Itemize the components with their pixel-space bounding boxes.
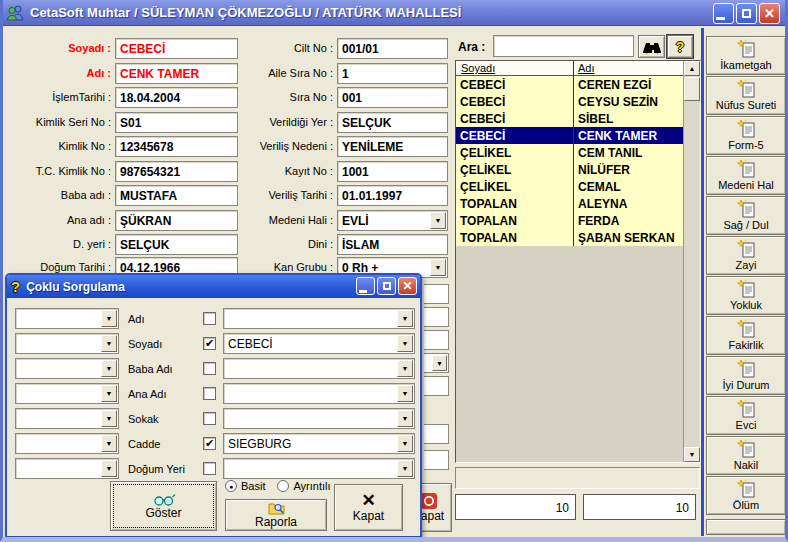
- sidebar-button-ikametgah[interactable]: İkametgah: [706, 36, 786, 75]
- table-row[interactable]: CEBECİSİBEL: [456, 110, 684, 127]
- table-row[interactable]: CEBECİCEYSU SEZİN: [456, 93, 684, 110]
- chevron-down-icon[interactable]: ▼: [101, 435, 117, 452]
- dogum-yeri-value-combo[interactable]: ▼: [223, 458, 415, 479]
- d-yeri-field[interactable]: SELÇUK: [115, 234, 238, 255]
- query-left-combo[interactable]: ▼: [15, 433, 119, 454]
- chevron-down-icon[interactable]: ▼: [101, 360, 117, 377]
- chevron-down-icon[interactable]: ▼: [101, 410, 117, 427]
- table-row[interactable]: ÇELİKELNİLÜFER: [456, 161, 684, 178]
- sokak-value-combo[interactable]: ▼: [223, 408, 415, 429]
- sidebar-button-zayi[interactable]: Zayi: [706, 236, 786, 275]
- scroll-thumb[interactable]: [684, 77, 700, 101]
- chevron-down-icon[interactable]: ▼: [397, 385, 413, 402]
- chevron-down-icon[interactable]: ▼: [101, 310, 117, 327]
- medeni-hali-combo[interactable]: EVLİ▼: [337, 210, 448, 231]
- sidebar-button-olum[interactable]: Ölüm: [706, 476, 786, 515]
- scroll-down-arrow[interactable]: ▼: [684, 447, 700, 462]
- chevron-down-icon[interactable]: ▼: [397, 335, 413, 352]
- table-row-selected[interactable]: CEBECİCENK TAMER: [456, 127, 684, 144]
- list-header[interactable]: Soyadı Adı: [456, 61, 684, 76]
- ana-adi-value-combo[interactable]: ▼: [223, 383, 415, 404]
- dini-field[interactable]: İSLAM: [337, 234, 448, 255]
- sidebar-button-nufus-sureti[interactable]: Nüfus Sureti: [706, 76, 786, 115]
- dialog-minimize-button[interactable]: [356, 277, 375, 295]
- sokak-checkbox[interactable]: [203, 412, 216, 425]
- baba-adi-checkbox[interactable]: [203, 362, 216, 375]
- sidebar-button-sag-dul[interactable]: Sağ / Dul: [706, 196, 786, 235]
- dialog-close-button[interactable]: ✕: [398, 277, 417, 295]
- find-button[interactable]: [638, 35, 665, 58]
- query-left-combo[interactable]: ▼: [15, 333, 119, 354]
- raporla-button[interactable]: Raporla: [225, 499, 327, 531]
- table-row[interactable]: TOPALANFERDA: [456, 212, 684, 229]
- table-row[interactable]: CEBECİCEREN EZGİ: [456, 76, 684, 93]
- dogum-yeri-checkbox[interactable]: [203, 462, 216, 475]
- column-header-soyadi[interactable]: Soyadı: [461, 62, 495, 74]
- dialog-maximize-button[interactable]: [377, 277, 396, 295]
- baba-adi-field[interactable]: MUSTAFA: [115, 185, 238, 206]
- maximize-button[interactable]: [736, 3, 757, 24]
- close-button[interactable]: ✕: [759, 3, 780, 24]
- cilt-no-field[interactable]: 001/01: [337, 38, 448, 59]
- radio-basit[interactable]: ● Basit: [225, 480, 265, 492]
- sidebar-button-yokluk[interactable]: Yokluk: [706, 276, 786, 315]
- sidebar-button-fakirlik[interactable]: Fakirlik: [706, 316, 786, 355]
- sidebar-button-nakil[interactable]: Nakil: [706, 436, 786, 475]
- adi-checkbox[interactable]: [203, 312, 216, 325]
- table-row[interactable]: TOPALANŞABAN SERKAN: [456, 229, 684, 246]
- query-left-combo[interactable]: ▼: [15, 358, 119, 379]
- cadde-checkbox[interactable]: ✔: [203, 437, 216, 450]
- help-button[interactable]: ?: [667, 35, 693, 58]
- minimize-button[interactable]: [713, 3, 734, 24]
- adi-value-combo[interactable]: ▼: [223, 308, 415, 329]
- chevron-down-icon[interactable]: ▼: [430, 259, 446, 276]
- chevron-down-icon[interactable]: ▼: [397, 410, 413, 427]
- table-row[interactable]: TOPALANALEYNA: [456, 195, 684, 212]
- dialog-kapat-button[interactable]: ✕ Kapat: [334, 484, 403, 531]
- results-list[interactable]: Soyadı Adı CEBECİCEREN EZGİ CEBECİCEYSU …: [455, 60, 701, 463]
- sidebar-button-medeni-hal[interactable]: Medeni Hal: [706, 156, 786, 195]
- verilis-nedeni-field[interactable]: YENİLEME: [337, 136, 448, 157]
- verilis-tarihi-field[interactable]: 01.01.1997: [337, 185, 448, 206]
- table-row[interactable]: ÇELİKELCEMAL: [456, 178, 684, 195]
- query-left-combo[interactable]: ▼: [15, 308, 119, 329]
- chevron-down-icon[interactable]: ▼: [101, 460, 117, 477]
- search-input[interactable]: [493, 35, 634, 57]
- kimlik-no-field[interactable]: 12345678: [115, 136, 238, 157]
- scrollbar[interactable]: ▲ ▼: [683, 61, 700, 462]
- soyadi-checkbox[interactable]: ✔: [203, 337, 216, 350]
- goster-button[interactable]: Göster: [110, 481, 217, 531]
- sira-no-field[interactable]: 001: [337, 87, 448, 108]
- column-header-adi[interactable]: Adı: [578, 62, 595, 74]
- tc-kimlik-no-field[interactable]: 987654321: [115, 161, 238, 182]
- soyadi-value-combo[interactable]: CEBECİ▼: [223, 333, 415, 354]
- sidebar-button-evci[interactable]: Evci: [706, 396, 786, 435]
- sidebar-button-iyi-durum[interactable]: İyi Durum: [706, 356, 786, 395]
- chevron-down-icon[interactable]: ▼: [430, 212, 446, 229]
- cadde-value-combo[interactable]: SIEGBURG▼: [223, 433, 415, 454]
- radio-ayrintili[interactable]: Ayrıntılı: [277, 480, 330, 492]
- chevron-down-icon[interactable]: ▼: [101, 385, 117, 402]
- table-row[interactable]: ÇELİKELCEM TANIL: [456, 144, 684, 161]
- adi-field[interactable]: CENK TAMER: [115, 63, 238, 84]
- aile-sira-no-field[interactable]: 1: [337, 63, 448, 84]
- baba-adi-value-combo[interactable]: ▼: [223, 358, 415, 379]
- ana-adi-field[interactable]: ŞÜKRAN: [115, 210, 238, 231]
- x-icon: ✕: [361, 492, 375, 509]
- chevron-down-icon[interactable]: ▼: [397, 360, 413, 377]
- chevron-down-icon[interactable]: ▼: [101, 335, 117, 352]
- verildigi-yer-field[interactable]: SELÇUK: [337, 112, 448, 133]
- ana-adi-checkbox[interactable]: [203, 387, 216, 400]
- chevron-down-icon[interactable]: ▼: [397, 310, 413, 327]
- query-left-combo[interactable]: ▼: [15, 408, 119, 429]
- query-left-combo[interactable]: ▼: [15, 383, 119, 404]
- sidebar-button-form-5[interactable]: Form-5: [706, 116, 786, 155]
- chevron-down-icon[interactable]: ▼: [397, 460, 413, 477]
- islem-tarihi-field[interactable]: 18.04.2004: [115, 87, 238, 108]
- kayit-no-field[interactable]: 1001: [337, 161, 448, 182]
- chevron-down-icon[interactable]: ▼: [397, 435, 413, 452]
- kimlik-seri-no-field[interactable]: S01: [115, 112, 238, 133]
- scroll-up-arrow[interactable]: ▲: [684, 61, 700, 76]
- soyadi-field[interactable]: CEBECİ: [115, 38, 238, 59]
- query-left-combo[interactable]: ▼: [15, 458, 119, 479]
